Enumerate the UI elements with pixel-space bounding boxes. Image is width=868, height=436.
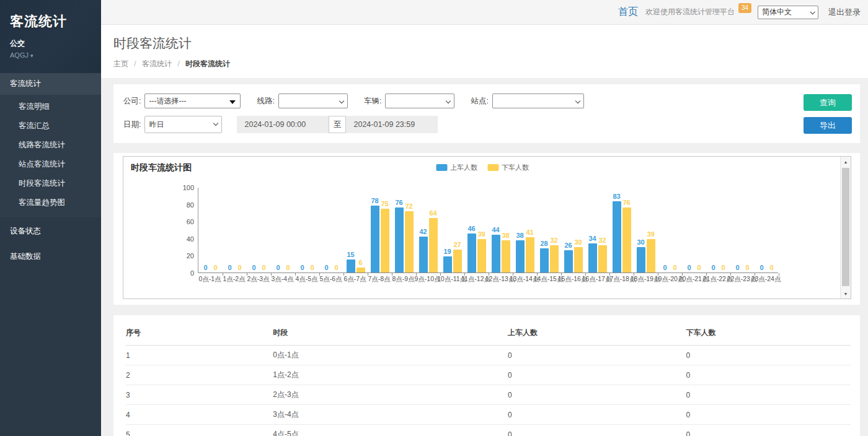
scroll-down-icon[interactable]: ▼	[841, 289, 851, 299]
scrollbar-thumb[interactable]	[842, 168, 849, 286]
chart-bar-group: 00	[295, 188, 319, 272]
bar-value-label: 0	[760, 264, 763, 271]
chart-bar: 38	[502, 240, 510, 272]
period-stats-table: 序号 时段 上车人数 下车人数 10点-1点0021点-2点0032点-3点00…	[126, 323, 851, 436]
bar-value-label: 0	[252, 264, 255, 271]
page-head: 时段客流统计 主页 / 客流统计 / 时段客流统计	[101, 25, 868, 78]
chart-scrollbar[interactable]: ▲ ▼	[840, 157, 851, 299]
chart-bar-group: 4639	[464, 188, 489, 272]
x-axis-tick-label: 10点-11点	[440, 275, 464, 284]
x-axis-tick-label: 4点-5点	[294, 275, 319, 284]
sidebar-item-passenger-summary[interactable]: 客流汇总	[0, 116, 101, 136]
org-selector[interactable]: AQGJ ▾	[10, 51, 91, 59]
date-to-separator: 至	[329, 116, 346, 133]
bar-value-label: 0	[745, 264, 749, 271]
legend-swatch-boarding	[436, 164, 447, 171]
table-header-row: 序号 时段 上车人数 下车人数	[126, 323, 851, 346]
breadcrumb-home[interactable]: 主页	[113, 59, 128, 68]
chart-bar-group: 1927	[440, 188, 464, 272]
date-preset-select[interactable]: 昨日	[144, 116, 222, 133]
legend-label-alighting: 下车人数	[502, 163, 529, 172]
chart-bar-group: 00	[730, 188, 755, 272]
sidebar-section-device-status[interactable]: 设备状态	[0, 220, 101, 243]
chart-bar: 76	[395, 207, 404, 272]
company-filter-group: 公司: ---请选择---	[123, 94, 241, 108]
station-select[interactable]	[492, 94, 584, 108]
home-link[interactable]: 首页	[618, 6, 638, 19]
bar-value-label: 0	[673, 264, 676, 271]
x-axis-tick-label: 1点-2点	[222, 275, 246, 284]
chart-bar-group: 00	[658, 188, 682, 272]
legend-swatch-alighting	[487, 164, 498, 171]
bar-value-label: 0	[203, 264, 207, 271]
chart-bar: 72	[405, 211, 414, 272]
legend-item-alighting[interactable]: 下车人数	[487, 163, 529, 172]
app-title: 客流统计	[10, 12, 91, 31]
chart-bar-group: 7672	[392, 188, 416, 272]
chart-bar-group: 00	[247, 188, 271, 272]
table-cell: 0	[686, 346, 851, 365]
sidebar-item-line-stats[interactable]: 线路客流统计	[0, 136, 101, 155]
export-button[interactable]: 导出	[804, 117, 852, 134]
table-cell: 0	[508, 425, 686, 436]
chart-bar: 34	[588, 243, 597, 272]
chart-bar: 30	[574, 247, 583, 272]
table-cell: 0	[686, 425, 851, 436]
table-cell: 2点-3点	[273, 385, 508, 405]
breadcrumb-passenger-stats[interactable]: 客流统计	[142, 59, 172, 68]
sidebar-section-base-data[interactable]: 基础数据	[0, 245, 101, 268]
chart-bar-group: 00	[682, 188, 706, 272]
bar-value-label: 19	[443, 248, 451, 255]
chart-panel: 时段车流统计图 上车人数 下车人数 0000000000001567875767…	[123, 156, 851, 299]
chevron-down-icon	[810, 9, 815, 14]
caret-down-icon: ▾	[30, 53, 33, 59]
x-axis-tick-label: 8点-9点	[391, 275, 415, 284]
chart-plot: 0000000000001567875767242641927463944383…	[198, 188, 778, 273]
query-button[interactable]: 查询	[804, 94, 852, 111]
chevron-down-icon	[446, 98, 451, 103]
x-axis-tick-label: 19点-20点	[657, 275, 681, 284]
table-cell: 3	[126, 385, 273, 405]
chart-bar-group: 00	[223, 188, 247, 272]
chart-bar-group: 00	[198, 188, 223, 272]
chart-bar: 78	[371, 206, 379, 272]
bar-value-label: 0	[286, 264, 290, 271]
date-from-field[interactable]: 2024-01-09 00:00	[237, 116, 329, 133]
chart-bar: 44	[492, 235, 500, 272]
table-body: 10点-1点0021点-2点0032点-3点0043点-4点0054点-5点00…	[126, 346, 851, 436]
vehicle-select[interactable]	[385, 94, 454, 108]
sidebar-item-passenger-detail[interactable]: 客流明细	[0, 97, 101, 116]
x-axis-tick-label: 2点-3点	[246, 275, 270, 284]
chart-bar: 19	[443, 256, 452, 272]
table-cell: 0	[508, 346, 686, 365]
logout-link[interactable]: 退出登录	[828, 7, 861, 18]
bar-value-label: 0	[697, 264, 701, 271]
content: 公司: ---请选择--- 线路: 车辆:	[101, 78, 868, 436]
sidebar-item-station-stats[interactable]: 站点客流统计	[0, 155, 101, 174]
legend-item-boarding[interactable]: 上车人数	[436, 163, 477, 172]
bar-value-label: 32	[550, 237, 557, 244]
topbar: 首页 欢迎使用客流统计管理平台 34 简体中文 退出登录	[101, 0, 868, 25]
filter-row-2: 日期: 昨日 2024-01-09 00:00 至 2024-01-09 23:…	[123, 116, 850, 133]
scroll-up-icon[interactable]: ▲	[841, 157, 851, 167]
bar-value-label: 44	[492, 226, 499, 233]
language-select[interactable]: 简体中文	[758, 6, 818, 19]
chart-x-axis-labels: 0点-1点1点-2点2点-3点3点-4点4点-5点5点-6点6点-7点7点-8点…	[198, 275, 778, 284]
bar-value-label: 0	[687, 264, 691, 271]
sidebar-section-passenger-stats[interactable]: 客流统计	[0, 73, 101, 95]
sidebar-item-period-stats[interactable]: 时段客流统计	[0, 174, 101, 193]
sidebar-item-trend-chart[interactable]: 客流量趋势图	[0, 193, 101, 212]
company-select[interactable]: ---请选择---	[144, 94, 241, 108]
table-cell: 0	[508, 405, 686, 425]
x-axis-tick-label: 6点-7点	[343, 275, 367, 284]
date-to-field[interactable]: 2024-01-09 23:59	[346, 116, 438, 133]
table-row: 21点-2点00	[126, 365, 851, 385]
col-header-boarding: 上车人数	[508, 323, 686, 346]
page-title: 时段客流统计	[113, 35, 856, 52]
notification-badge: 34	[738, 3, 751, 13]
chart-bar-group: 2630	[561, 188, 585, 272]
line-label: 线路:	[257, 96, 274, 107]
chart-bar: 64	[429, 218, 438, 272]
line-select[interactable]	[278, 94, 348, 108]
station-filter-group: 站点:	[471, 94, 583, 108]
